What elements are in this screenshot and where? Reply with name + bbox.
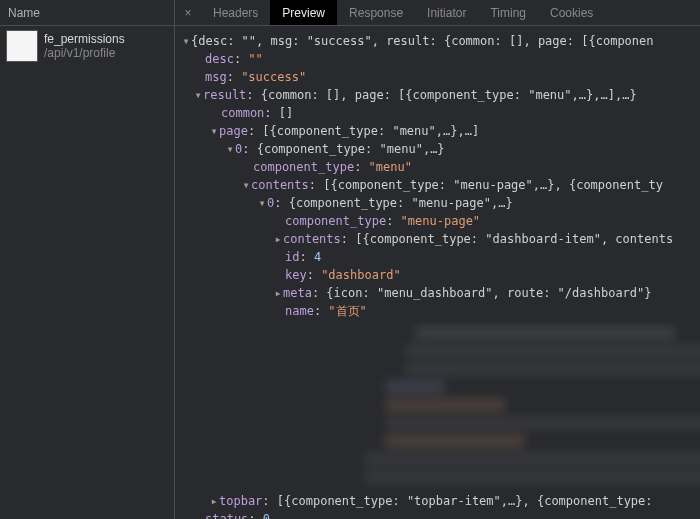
json-preview: {desc: "", msg: "success", result: {comm… — [175, 26, 700, 519]
tab-headers[interactable]: Headers — [201, 0, 270, 25]
tab-preview[interactable]: Preview — [270, 0, 337, 25]
redacted-region — [205, 322, 700, 490]
caret-right-icon[interactable] — [209, 492, 219, 510]
caret-right-icon[interactable] — [273, 230, 283, 248]
caret-down-icon[interactable] — [225, 140, 235, 158]
column-header-name[interactable]: Name — [0, 0, 174, 26]
caret-down-icon[interactable] — [209, 122, 219, 140]
close-icon[interactable]: × — [175, 0, 201, 25]
document-icon — [6, 30, 38, 62]
detail-tabs: × Headers Preview Response Initiator Tim… — [175, 0, 700, 26]
tab-cookies[interactable]: Cookies — [538, 0, 605, 25]
tab-timing[interactable]: Timing — [478, 0, 538, 25]
request-row[interactable]: fe_permissions /api/v1/profile — [0, 26, 174, 66]
caret-down-icon[interactable] — [181, 32, 191, 50]
caret-right-icon[interactable] — [273, 284, 283, 302]
caret-down-icon[interactable] — [241, 176, 251, 194]
request-path: /api/v1/profile — [44, 46, 125, 60]
request-name: fe_permissions — [44, 32, 125, 46]
request-list-sidebar: Name fe_permissions /api/v1/profile — [0, 0, 175, 519]
tab-response[interactable]: Response — [337, 0, 415, 25]
caret-down-icon[interactable] — [257, 194, 267, 212]
caret-down-icon[interactable] — [193, 86, 203, 104]
tab-initiator[interactable]: Initiator — [415, 0, 478, 25]
